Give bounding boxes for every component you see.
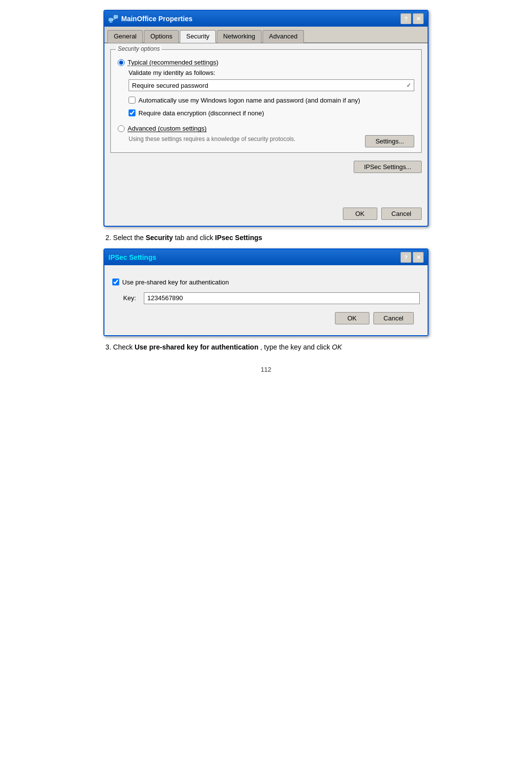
key-label: Key:: [123, 294, 139, 302]
advanced-section: Advanced (custom settings) Using these s…: [118, 125, 414, 147]
typical-radio[interactable]: [118, 59, 125, 66]
ipsec-settings-window: IPSec Settings ? ✕ Use pre-shared key fo…: [103, 248, 429, 336]
key-input[interactable]: [144, 292, 420, 304]
validate-dropdown-wrapper: Require secured password: [129, 79, 414, 91]
ipsec-body: Use pre-shared key for authentication Ke…: [104, 265, 428, 335]
instruction-3-text: 3. Check: [105, 343, 134, 351]
ipsec-cancel-button[interactable]: Cancel: [373, 312, 414, 324]
ipsec-help-button[interactable]: ?: [400, 252, 411, 263]
advanced-radio-label[interactable]: Advanced (custom settings): [128, 125, 206, 132]
window-controls: ? ✕: [400, 13, 424, 24]
encrypt-checkbox[interactable]: [129, 109, 135, 116]
title-left: MainOffice Properties: [108, 14, 193, 23]
advanced-radio[interactable]: [118, 125, 125, 132]
preshared-checkbox[interactable]: [112, 279, 119, 285]
svg-line-2: [113, 18, 116, 20]
key-row: Key:: [123, 292, 420, 304]
encrypt-label[interactable]: Require data encryption (disconnect if n…: [138, 109, 264, 118]
advanced-radio-row: Advanced (custom settings): [118, 125, 414, 132]
instruction-3: 3. Check Use pre-shared key for authenti…: [103, 343, 429, 351]
security-options-groupbox: Security options Typical (recommended se…: [110, 49, 422, 153]
tab-networking[interactable]: Networking: [217, 30, 262, 43]
ipsec-close-button[interactable]: ✕: [413, 252, 424, 263]
ipsec-window-controls: ? ✕: [400, 252, 424, 263]
instruction-3-italic: OK: [332, 343, 342, 351]
ok-button[interactable]: OK: [343, 208, 377, 220]
window-body: Security options Typical (recommended se…: [104, 43, 428, 204]
instruction-2-number: 2.: [105, 234, 111, 242]
tab-general[interactable]: General: [107, 30, 143, 43]
close-button[interactable]: ✕: [413, 13, 424, 24]
typical-radio-row: Typical (recommended settings): [118, 59, 414, 66]
preshared-label[interactable]: Use pre-shared key for authentication: [122, 278, 229, 287]
ipsec-settings-button[interactable]: IPSec Settings...: [354, 161, 422, 173]
instruction-3-text2: , type the key and click: [260, 343, 332, 351]
tab-advanced[interactable]: Advanced: [263, 30, 304, 43]
titlebar: MainOffice Properties ? ✕: [104, 11, 428, 27]
instruction-2-bold1: Security: [146, 234, 173, 242]
instruction-2-text: Select the: [113, 234, 146, 242]
typical-radio-label[interactable]: Typical (recommended settings): [128, 59, 218, 66]
tab-bar: General Options Security Networking Adva…: [104, 27, 428, 43]
instruction-2-bold2: IPsec Settings: [215, 234, 263, 242]
validate-dropdown-row: Require secured password: [129, 79, 414, 91]
button-row: OK Cancel: [104, 204, 428, 226]
typical-settings-section: Validate my identity as follows: Require…: [129, 69, 414, 118]
mainoffice-properties-window: MainOffice Properties ? ✕ General Option…: [103, 10, 429, 227]
groupbox-title: Security options: [116, 45, 162, 52]
preshared-checkbox-row: Use pre-shared key for authentication: [112, 278, 420, 287]
advanced-desc: Using these settings requires a knowledg…: [129, 135, 296, 143]
validate-label: Validate my identity as follows:: [129, 69, 414, 76]
tab-options[interactable]: Options: [144, 30, 179, 43]
instruction-2-text2: tab and click: [175, 234, 215, 242]
validate-dropdown[interactable]: Require secured password: [129, 79, 414, 91]
advanced-settings-row: Using these settings requires a knowledg…: [129, 135, 414, 147]
page-number: 112: [10, 366, 522, 373]
tab-security[interactable]: Security: [180, 30, 216, 43]
ipsec-ok-button[interactable]: OK: [335, 312, 369, 324]
window-title: MainOffice Properties: [121, 15, 193, 23]
ipsec-window-title: IPSec Settings: [108, 253, 156, 261]
svg-rect-4: [109, 22, 112, 23]
ipsec-button-row: OK Cancel: [112, 304, 420, 330]
help-button[interactable]: ?: [400, 13, 411, 24]
network-icon: [108, 14, 118, 23]
instruction-2: 2. Select the Security tab and click IPs…: [103, 234, 429, 242]
encrypt-checkbox-row: Require data encryption (disconnect if n…: [129, 109, 414, 118]
cancel-button[interactable]: Cancel: [381, 208, 422, 220]
svg-rect-1: [114, 15, 118, 18]
settings-button[interactable]: Settings...: [365, 135, 414, 147]
svg-rect-0: [109, 18, 113, 21]
auto-windows-checkbox[interactable]: [129, 97, 135, 104]
ipsec-titlebar: IPSec Settings ? ✕: [104, 249, 428, 265]
instruction-3-bold1: Use pre-shared key for authentication: [134, 343, 258, 351]
auto-windows-label[interactable]: Automatically use my Windows logon name …: [138, 96, 360, 105]
auto-windows-checkbox-row: Automatically use my Windows logon name …: [129, 96, 414, 105]
